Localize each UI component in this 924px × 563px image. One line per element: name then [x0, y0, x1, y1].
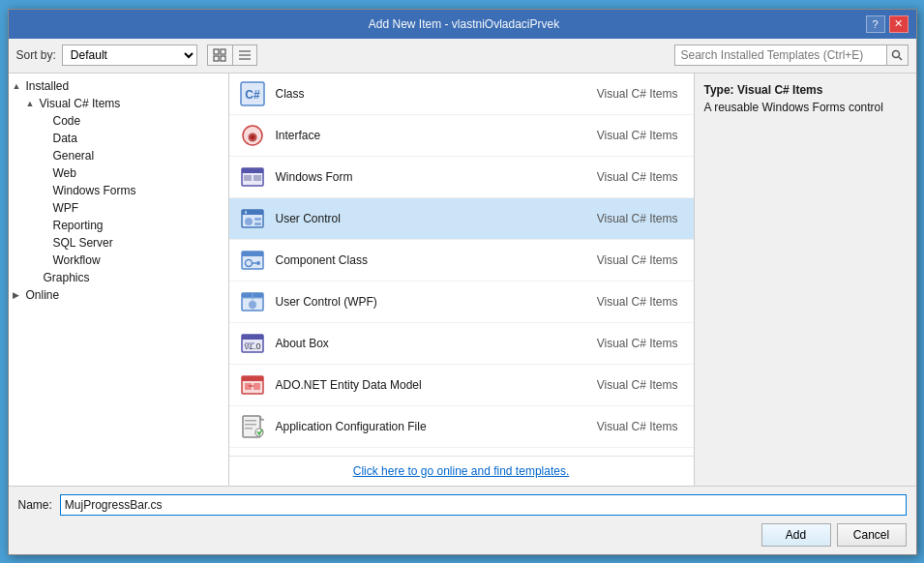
tree-item-general[interactable]: General: [9, 147, 228, 164]
user-control-name: User Control: [276, 212, 597, 225]
class-category: Visual C# Items: [597, 87, 678, 101]
svg-rect-34: [242, 335, 263, 340]
code-label: Code: [53, 114, 81, 128]
svg-rect-46: [245, 428, 253, 430]
svg-point-27: [256, 261, 260, 265]
svg-rect-14: [242, 168, 263, 173]
component-class-category: Visual C# Items: [597, 253, 678, 267]
item-row-user-control-wpf[interactable]: User Control (WPF) Visual C# Items: [229, 282, 694, 323]
about-box-icon: v1.0: [237, 328, 268, 359]
item-row-component-class[interactable]: Component Class Visual C# Items: [229, 240, 694, 282]
name-label: Name:: [18, 498, 52, 512]
dialog-title: Add New Item - vlastniOvladaciPrvek: [63, 17, 866, 31]
item-row-windows-form[interactable]: Windows Form Visual C# Items: [229, 157, 694, 198]
toolbar: Sort by: Default: [9, 39, 916, 74]
data-label: Data: [53, 132, 77, 145]
right-panel: Type: Visual C# Items A reusable Windows…: [694, 74, 916, 486]
component-class-name: Component Class: [276, 253, 597, 267]
sort-select[interactable]: Default: [62, 44, 197, 66]
tree-item-online[interactable]: ▶ Online: [9, 286, 228, 304]
svg-rect-24: [242, 252, 263, 256]
list-icon: [238, 48, 252, 62]
name-row: Name:: [18, 494, 907, 516]
app-config-category: Visual C# Items: [597, 420, 678, 433]
tree-item-data[interactable]: Data: [9, 130, 228, 147]
about-box-name: About Box: [276, 337, 597, 350]
workflow-label: Workflow: [53, 253, 101, 267]
help-button[interactable]: ?: [866, 15, 885, 33]
bottom-area: Name: Add Cancel: [9, 486, 916, 554]
title-bar-buttons: ? ✕: [866, 15, 909, 33]
ado-entity-name: ADO.NET Entity Data Model: [276, 378, 597, 392]
graphics-label: Graphics: [44, 271, 90, 284]
item-row-interface[interactable]: ◉ Interface Visual C# Items: [229, 115, 694, 157]
tree-item-reporting[interactable]: Reporting: [9, 217, 228, 234]
tree-item-web[interactable]: Web: [9, 164, 228, 182]
visual-csharp-arrow: ▲: [26, 99, 40, 108]
ado-entity-icon: [237, 370, 268, 400]
svg-rect-39: [242, 376, 263, 381]
tree-item-wpf[interactable]: WPF: [9, 199, 228, 217]
svg-rect-15: [244, 175, 252, 181]
svg-rect-22: [245, 211, 247, 214]
items-list: C# Class Visual C# Items ◉ Interface: [229, 74, 694, 456]
svg-rect-36: [245, 342, 254, 344]
add-button[interactable]: Add: [761, 523, 831, 547]
item-row-about-box[interactable]: v1.0 About Box Visual C# Items: [229, 323, 694, 365]
svg-text:◉: ◉: [248, 131, 257, 142]
tree-item-workflow[interactable]: Workflow: [9, 252, 228, 269]
center-panel: C# Class Visual C# Items ◉ Interface: [229, 74, 694, 486]
tree-item-visual-csharp[interactable]: ▲ Visual C# Items: [9, 95, 228, 112]
tree-item-graphics[interactable]: Graphics: [9, 269, 228, 286]
tree-item-code[interactable]: Code: [9, 112, 228, 130]
svg-rect-2: [214, 56, 219, 61]
item-row-user-control[interactable]: User Control Visual C# Items: [229, 198, 694, 240]
svg-rect-41: [253, 383, 260, 390]
windows-form-name: Windows Form: [276, 170, 597, 184]
interface-category: Visual C# Items: [597, 129, 678, 142]
grid-view-button[interactable]: [207, 44, 232, 66]
windows-form-icon: [237, 162, 268, 193]
close-button[interactable]: ✕: [889, 15, 909, 33]
wpf-label: WPF: [53, 201, 79, 215]
left-panel: ▲ Installed ▲ Visual C# Items Code Data …: [9, 74, 229, 486]
item-row-class[interactable]: C# Class Visual C# Items: [229, 74, 694, 115]
item-row-ado-entity[interactable]: ADO.NET Entity Data Model Visual C# Item…: [229, 365, 694, 406]
windows-forms-label: Windows Forms: [53, 184, 136, 197]
user-control-category: Visual C# Items: [597, 212, 678, 225]
online-arrow: ▶: [13, 290, 26, 300]
ado-entity-category: Visual C# Items: [597, 378, 678, 392]
item-row-app-config[interactable]: Application Configuration File Visual C#…: [229, 406, 694, 448]
list-view-button[interactable]: [232, 44, 257, 66]
main-content: ▲ Installed ▲ Visual C# Items Code Data …: [9, 74, 916, 486]
user-control-wpf-category: Visual C# Items: [597, 295, 678, 309]
interface-icon: ◉: [237, 120, 268, 151]
search-input[interactable]: [674, 44, 887, 66]
tree-item-sql-server[interactable]: SQL Server: [9, 234, 228, 252]
app-config-icon: [237, 411, 268, 442]
web-label: Web: [53, 166, 76, 180]
app-config-name: Application Configuration File: [276, 420, 597, 433]
view-buttons: [207, 44, 257, 66]
svg-rect-20: [254, 218, 261, 221]
search-box: [674, 44, 909, 66]
search-button[interactable]: [887, 44, 909, 66]
tree-item-windows-forms[interactable]: Windows Forms: [9, 182, 228, 199]
svg-text:C#: C#: [245, 88, 260, 102]
svg-rect-1: [221, 49, 225, 54]
user-control-wpf-name: User Control (WPF): [276, 295, 597, 309]
cancel-button[interactable]: Cancel: [837, 523, 907, 547]
online-label: Online: [26, 288, 60, 302]
name-input[interactable]: [60, 494, 907, 516]
type-label: Type: Visual C# Items: [704, 83, 823, 97]
item-row-app-manifest[interactable]: Application Manifest File Visual C# Item…: [229, 448, 694, 456]
sql-server-label: SQL Server: [53, 236, 113, 250]
sort-label: Sort by:: [16, 48, 56, 62]
tree-item-installed[interactable]: ▲ Installed: [9, 77, 228, 95]
type-description: A reusable Windows Forms control: [704, 101, 907, 114]
component-class-icon: [237, 245, 268, 276]
title-bar: Add New Item - vlastniOvladaciPrvek ? ✕: [9, 10, 916, 39]
svg-line-8: [899, 57, 902, 60]
class-name: Class: [276, 87, 597, 101]
online-link[interactable]: Click here to go online and find templat…: [229, 456, 694, 486]
